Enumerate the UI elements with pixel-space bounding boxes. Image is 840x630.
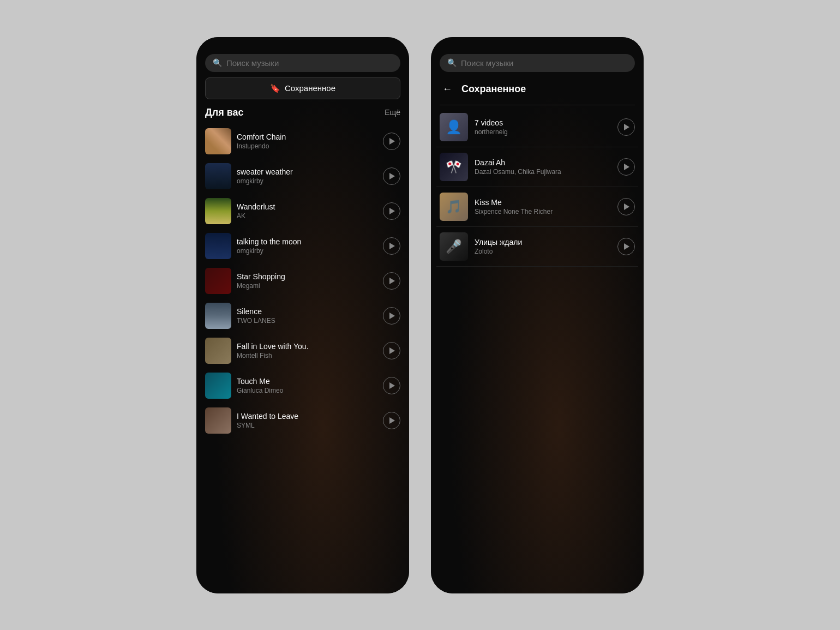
search-bar-right[interactable]: 🔍 [440, 54, 635, 72]
track-name: Silence [237, 307, 377, 316]
play-button[interactable] [383, 167, 400, 185]
saved-item: 🎌Dazai AhDazai Osamu, Chika Fujiwara [436, 147, 638, 187]
saved-item: 🎤Улицы ждалиZoloto [436, 227, 638, 267]
left-phone: 🔍 🔖 Сохраненное Для вас Ещё Comfort Chai… [196, 37, 409, 593]
track-list: Comfort ChainInstupendosweater weatherom… [196, 124, 409, 593]
play-button[interactable] [383, 237, 400, 255]
track-artist: Montell Fish [237, 352, 377, 359]
saved-thumbnail: 👤 [440, 113, 468, 141]
play-button[interactable] [383, 272, 400, 290]
saved-name: Kiss Me [475, 198, 611, 207]
left-phone-content: 🔍 🔖 Сохраненное Для вас Ещё Comfort Chai… [196, 50, 409, 593]
saved-sub: Dazai Osamu, Chika Fujiwara [475, 168, 611, 176]
saved-info: Dazai AhDazai Osamu, Chika Fujiwara [475, 158, 611, 176]
track-thumbnail [205, 268, 231, 294]
track-info: sweater weatheromgkirby [237, 167, 377, 185]
saved-item: 🎵Kiss MeSixpence None The Richer [436, 187, 638, 227]
track-artist: omgkirby [237, 177, 377, 185]
saved-button-label: Сохраненное [285, 83, 335, 93]
track-thumbnail [205, 233, 231, 259]
track-info: SilenceTWO LANES [237, 307, 377, 325]
right-phone-content: 🔍 ← Сохраненное 👤7 videosnorthernelg🎌Daz… [431, 50, 644, 593]
track-info: Fall in Love with You.Montell Fish [237, 342, 377, 359]
track-thumbnail [205, 198, 231, 224]
play-button[interactable] [617, 158, 635, 176]
track-name: Comfort Chain [237, 133, 377, 141]
saved-name: Улицы ждали [475, 238, 611, 247]
saved-button[interactable]: 🔖 Сохраненное [205, 77, 400, 99]
right-phone: 🔍 ← Сохраненное 👤7 videosnorthernelg🎌Daz… [431, 37, 644, 593]
saved-title: Сохраненное [461, 83, 526, 95]
search-icon-left: 🔍 [213, 58, 222, 67]
play-button[interactable] [383, 342, 400, 359]
track-item: Fall in Love with You.Montell Fish [202, 333, 404, 368]
track-name: Fall in Love with You. [237, 342, 377, 351]
track-artist: Instupendo [237, 142, 377, 150]
play-button[interactable] [383, 202, 400, 220]
track-item: Comfort ChainInstupendo [202, 124, 404, 159]
saved-info: Улицы ждалиZoloto [475, 238, 611, 255]
track-item: WanderlustAK [202, 194, 404, 229]
track-info: Comfort ChainInstupendo [237, 133, 377, 150]
saved-thumbnail: 🎌 [440, 153, 468, 181]
play-button[interactable] [617, 238, 635, 255]
track-info: Star ShoppingMegami [237, 272, 377, 290]
play-button[interactable] [383, 307, 400, 325]
track-item: Star ShoppingMegami [202, 263, 404, 298]
track-thumbnail [205, 163, 231, 189]
track-item: Touch MeGianluca Dimeo [202, 368, 404, 403]
track-info: Touch MeGianluca Dimeo [237, 377, 377, 394]
track-artist: AK [237, 212, 377, 220]
play-button[interactable] [617, 118, 635, 136]
search-icon-right: 🔍 [447, 58, 457, 67]
saved-header: ← Сохраненное [431, 77, 644, 105]
search-bar-left[interactable]: 🔍 [205, 54, 400, 72]
saved-info: 7 videosnorthernelg [475, 118, 611, 136]
track-name: Star Shopping [237, 272, 377, 281]
search-input-left[interactable] [226, 58, 393, 68]
saved-thumbnail: 🎵 [440, 193, 468, 221]
track-name: talking to the moon [237, 237, 377, 246]
track-thumbnail [205, 407, 231, 434]
bookmark-icon: 🔖 [270, 83, 280, 93]
track-info: I Wanted to LeaveSYML [237, 412, 377, 429]
back-button[interactable]: ← [440, 82, 455, 97]
track-info: talking to the moonomgkirby [237, 237, 377, 255]
track-item: sweater weatheromgkirby [202, 159, 404, 194]
track-name: Touch Me [237, 377, 377, 386]
saved-sub: northernelg [475, 128, 611, 136]
play-button[interactable] [383, 412, 400, 429]
saved-name: Dazai Ah [475, 158, 611, 167]
track-item: SilenceTWO LANES [202, 298, 404, 333]
saved-item: 👤7 videosnorthernelg [436, 107, 638, 147]
track-item: I Wanted to LeaveSYML [202, 403, 404, 438]
saved-list: 👤7 videosnorthernelg🎌Dazai AhDazai Osamu… [431, 105, 644, 593]
track-name: sweater weather [237, 167, 377, 176]
track-artist: SYML [237, 422, 377, 429]
track-thumbnail [205, 338, 231, 364]
play-button[interactable] [383, 133, 400, 150]
track-thumbnail [205, 303, 231, 329]
saved-thumbnail: 🎤 [440, 232, 468, 261]
play-button[interactable] [383, 377, 400, 394]
track-thumbnail [205, 373, 231, 399]
track-item: talking to the moonomgkirby [202, 229, 404, 263]
saved-info: Kiss MeSixpence None The Richer [475, 198, 611, 215]
search-input-right[interactable] [461, 58, 627, 68]
track-artist: omgkirby [237, 247, 377, 255]
track-thumbnail [205, 128, 231, 154]
saved-sub: Sixpence None The Richer [475, 208, 611, 215]
track-artist: TWO LANES [237, 317, 377, 325]
section-title: Для вас [205, 107, 244, 118]
track-name: Wanderlust [237, 202, 377, 211]
play-button[interactable] [617, 198, 635, 215]
section-header: Для вас Ещё [196, 107, 409, 124]
track-artist: Gianluca Dimeo [237, 387, 377, 394]
track-artist: Megami [237, 282, 377, 290]
saved-name: 7 videos [475, 118, 611, 127]
section-more[interactable]: Ещё [385, 108, 400, 117]
track-info: WanderlustAK [237, 202, 377, 220]
track-name: I Wanted to Leave [237, 412, 377, 421]
saved-sub: Zoloto [475, 248, 611, 255]
